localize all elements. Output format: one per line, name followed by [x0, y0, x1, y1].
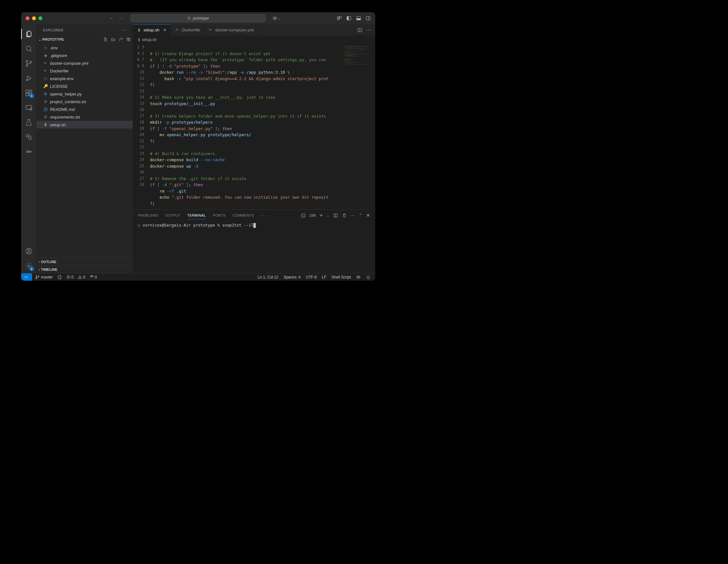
file-item[interactable]: ⊕openai_helper.py	[37, 90, 133, 98]
editor-tab[interactable]: $setup.sh✕	[133, 24, 171, 36]
new-terminal-icon[interactable]: +	[320, 212, 323, 218]
language-mode[interactable]: Shell Script	[331, 275, 351, 279]
explorer-more-icon[interactable]: ···	[122, 27, 127, 33]
activity-testing[interactable]	[21, 115, 37, 129]
file-item[interactable]: project_contents.txt	[37, 98, 133, 105]
editor-tab[interactable]: docker-compose.yml	[204, 24, 258, 36]
chevron-up-icon[interactable]: ⌃	[359, 213, 362, 218]
remote-button[interactable]	[21, 273, 32, 281]
warnings-indicator[interactable]: 0	[78, 275, 85, 279]
eol[interactable]: LF	[322, 275, 326, 279]
svg-point-46	[45, 78, 46, 79]
activity-docker[interactable]	[21, 145, 37, 159]
svg-point-52	[45, 108, 46, 109]
layout-customization-icon[interactable]	[337, 16, 342, 21]
split-terminal-icon[interactable]	[333, 213, 338, 218]
editor-tab[interactable]: Dockerfile	[171, 24, 204, 36]
activity-references[interactable]	[21, 130, 37, 144]
svg-point-73	[91, 277, 92, 277]
close-window[interactable]	[26, 16, 29, 20]
shell-name[interactable]: zsh	[310, 213, 316, 218]
debug-icon	[25, 74, 33, 82]
panel-more-icon[interactable]: ···	[261, 213, 266, 218]
panel-tab-problems[interactable]: PROBLEMS	[138, 213, 158, 217]
toggle-secondary-sidebar-icon[interactable]	[366, 16, 371, 21]
nav-history: ← →	[109, 15, 128, 21]
activity-remote-explorer[interactable]	[21, 101, 37, 115]
terminal-input: snap2txt --il	[222, 223, 253, 228]
maximize-window[interactable]	[38, 16, 42, 20]
folder-header[interactable]: ⌄ PROTOTYPE	[37, 36, 133, 43]
file-item[interactable]: 🔑LICENSE	[37, 82, 133, 90]
errors-indicator[interactable]: 0	[66, 275, 74, 279]
new-file-icon[interactable]	[103, 37, 108, 42]
search-icon	[187, 16, 191, 20]
new-folder-icon[interactable]	[111, 37, 115, 42]
file-item[interactable]: example.env	[37, 75, 133, 82]
nav-forward-icon[interactable]: →	[119, 15, 124, 21]
terminal-body[interactable]: ○ vornices@Sergeis-Air prototype % snap2…	[133, 221, 375, 273]
file-item[interactable]: Dockerfile	[37, 67, 133, 75]
tab-label: docker-compose.yml	[215, 28, 254, 32]
activity-search[interactable]	[21, 42, 37, 56]
extensions-badge: 1	[29, 94, 34, 98]
refresh-icon[interactable]	[119, 37, 123, 42]
toggle-panel-icon[interactable]	[356, 16, 361, 21]
command-center[interactable]: prototype	[131, 14, 265, 22]
vscode-window: ← → prototype ⌄	[21, 12, 375, 281]
file-name: .env	[50, 46, 58, 50]
activity-source-control[interactable]	[21, 56, 37, 71]
close-tab-icon[interactable]: ✕	[163, 28, 167, 32]
file-item[interactable]: .env	[37, 44, 133, 52]
terminal-launch-icon[interactable]	[301, 213, 306, 218]
cursor-position[interactable]: Ln 1, Col 12	[258, 275, 278, 279]
ports-indicator[interactable]: 0	[90, 275, 97, 279]
panel-tab-comments[interactable]: COMMENTS	[233, 213, 254, 217]
bell-icon[interactable]	[366, 275, 371, 279]
svg-rect-5	[337, 17, 339, 18]
copilot-button[interactable]: ⌄	[272, 16, 281, 21]
activity-run-debug[interactable]	[21, 71, 37, 85]
activity-explorer[interactable]	[21, 27, 37, 41]
file-item[interactable]: docker-compose.yml	[37, 59, 133, 67]
file-item[interactable]: README.md	[37, 105, 133, 113]
editor-content[interactable]: 2 3 4 5 6 7 8 9 10 11 12 13 14 15 16 17 …	[133, 44, 375, 210]
svg-rect-61	[210, 29, 211, 30]
trash-icon[interactable]	[342, 213, 347, 218]
chevron-right-icon: ›	[38, 268, 40, 271]
status-bar: master 0 0 0 Ln 1, Col 12 Spaces: 4 UTF-…	[21, 273, 375, 281]
file-item[interactable]: requirements.txt	[37, 113, 133, 121]
outline-section[interactable]: › OUTLINE	[37, 258, 133, 265]
activity-account[interactable]	[21, 244, 37, 258]
file-item[interactable]: ◈.gitignore	[37, 52, 133, 59]
copilot-status-icon[interactable]	[356, 275, 361, 279]
activity-settings[interactable]: 1	[21, 259, 37, 273]
split-editor-icon[interactable]	[357, 28, 362, 33]
panel-tab-ports[interactable]: PORTS	[213, 213, 226, 217]
close-panel-icon[interactable]: ✕	[366, 213, 370, 218]
panel-tab-output[interactable]: OUTPUT	[165, 213, 180, 217]
svg-rect-44	[45, 71, 46, 71]
toggle-sidebar-icon[interactable]	[346, 16, 352, 21]
activity-extensions[interactable]: 1	[21, 86, 37, 100]
nav-back-icon[interactable]: ←	[109, 15, 114, 21]
svg-rect-9	[347, 17, 349, 20]
timeline-section[interactable]: › TIMELINE	[37, 265, 133, 273]
encoding[interactable]: UTF-8	[306, 275, 317, 279]
chevron-down-icon[interactable]: ⌄	[327, 214, 329, 217]
editor-more-icon[interactable]: ···	[366, 27, 371, 33]
breadcrumb[interactable]: $ setup.sh	[133, 36, 375, 44]
collapse-all-icon[interactable]	[126, 37, 131, 42]
branch-indicator[interactable]: master	[35, 275, 53, 279]
svg-point-3	[274, 18, 275, 19]
minimize-window[interactable]	[32, 16, 36, 20]
chevron-right-icon: ›	[38, 260, 40, 264]
code-text[interactable]: # 1) Create Django project if it doesn't…	[150, 44, 343, 210]
sync-icon[interactable]	[57, 275, 62, 279]
panel-tab-terminal[interactable]: TERMINAL	[187, 213, 206, 220]
broadcast-icon	[90, 275, 94, 279]
panel-more-actions-icon[interactable]: ···	[351, 213, 355, 218]
file-item[interactable]: $setup.sh	[37, 121, 133, 129]
minimap[interactable]: # 1) Create Django project if it doesn't…	[343, 44, 375, 210]
indentation[interactable]: Spaces: 4	[284, 275, 301, 279]
